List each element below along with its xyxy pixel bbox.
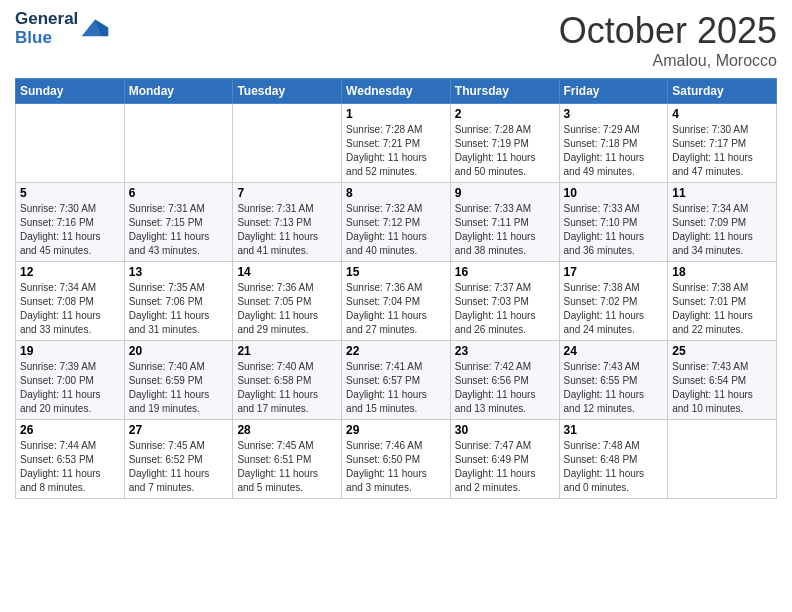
table-cell: 20Sunrise: 7:40 AM Sunset: 6:59 PM Dayli… — [124, 341, 233, 420]
col-thursday: Thursday — [450, 79, 559, 104]
week-row-1: 1Sunrise: 7:28 AM Sunset: 7:21 PM Daylig… — [16, 104, 777, 183]
day-info: Sunrise: 7:28 AM Sunset: 7:21 PM Dayligh… — [346, 123, 446, 179]
table-cell: 10Sunrise: 7:33 AM Sunset: 7:10 PM Dayli… — [559, 183, 668, 262]
day-number: 26 — [20, 423, 120, 437]
table-cell: 30Sunrise: 7:47 AM Sunset: 6:49 PM Dayli… — [450, 420, 559, 499]
page-header: General Blue October 2025 Amalou, Morocc… — [15, 10, 777, 70]
day-number: 27 — [129, 423, 229, 437]
day-info: Sunrise: 7:38 AM Sunset: 7:02 PM Dayligh… — [564, 281, 664, 337]
day-number: 17 — [564, 265, 664, 279]
day-info: Sunrise: 7:29 AM Sunset: 7:18 PM Dayligh… — [564, 123, 664, 179]
day-info: Sunrise: 7:46 AM Sunset: 6:50 PM Dayligh… — [346, 439, 446, 495]
day-info: Sunrise: 7:41 AM Sunset: 6:57 PM Dayligh… — [346, 360, 446, 416]
week-row-5: 26Sunrise: 7:44 AM Sunset: 6:53 PM Dayli… — [16, 420, 777, 499]
table-cell: 21Sunrise: 7:40 AM Sunset: 6:58 PM Dayli… — [233, 341, 342, 420]
day-info: Sunrise: 7:47 AM Sunset: 6:49 PM Dayligh… — [455, 439, 555, 495]
table-cell: 5Sunrise: 7:30 AM Sunset: 7:16 PM Daylig… — [16, 183, 125, 262]
col-sunday: Sunday — [16, 79, 125, 104]
table-cell: 28Sunrise: 7:45 AM Sunset: 6:51 PM Dayli… — [233, 420, 342, 499]
day-number: 6 — [129, 186, 229, 200]
day-number: 16 — [455, 265, 555, 279]
day-number: 3 — [564, 107, 664, 121]
day-info: Sunrise: 7:43 AM Sunset: 6:55 PM Dayligh… — [564, 360, 664, 416]
day-info: Sunrise: 7:30 AM Sunset: 7:16 PM Dayligh… — [20, 202, 120, 258]
table-cell: 31Sunrise: 7:48 AM Sunset: 6:48 PM Dayli… — [559, 420, 668, 499]
day-number: 18 — [672, 265, 772, 279]
logo: General Blue — [15, 10, 110, 47]
table-cell: 25Sunrise: 7:43 AM Sunset: 6:54 PM Dayli… — [668, 341, 777, 420]
day-number: 8 — [346, 186, 446, 200]
table-cell: 26Sunrise: 7:44 AM Sunset: 6:53 PM Dayli… — [16, 420, 125, 499]
day-info: Sunrise: 7:48 AM Sunset: 6:48 PM Dayligh… — [564, 439, 664, 495]
day-info: Sunrise: 7:45 AM Sunset: 6:51 PM Dayligh… — [237, 439, 337, 495]
day-number: 21 — [237, 344, 337, 358]
day-info: Sunrise: 7:43 AM Sunset: 6:54 PM Dayligh… — [672, 360, 772, 416]
logo-blue: Blue — [15, 29, 52, 48]
calendar-table: Sunday Monday Tuesday Wednesday Thursday… — [15, 78, 777, 499]
day-info: Sunrise: 7:37 AM Sunset: 7:03 PM Dayligh… — [455, 281, 555, 337]
table-cell: 23Sunrise: 7:42 AM Sunset: 6:56 PM Dayli… — [450, 341, 559, 420]
table-cell: 16Sunrise: 7:37 AM Sunset: 7:03 PM Dayli… — [450, 262, 559, 341]
day-number: 12 — [20, 265, 120, 279]
title-block: October 2025 Amalou, Morocco — [559, 10, 777, 70]
day-info: Sunrise: 7:36 AM Sunset: 7:04 PM Dayligh… — [346, 281, 446, 337]
day-info: Sunrise: 7:34 AM Sunset: 7:08 PM Dayligh… — [20, 281, 120, 337]
table-cell: 15Sunrise: 7:36 AM Sunset: 7:04 PM Dayli… — [342, 262, 451, 341]
day-number: 28 — [237, 423, 337, 437]
day-info: Sunrise: 7:38 AM Sunset: 7:01 PM Dayligh… — [672, 281, 772, 337]
table-cell: 12Sunrise: 7:34 AM Sunset: 7:08 PM Dayli… — [16, 262, 125, 341]
logo-general: General — [15, 10, 78, 29]
table-cell: 11Sunrise: 7:34 AM Sunset: 7:09 PM Dayli… — [668, 183, 777, 262]
day-number: 1 — [346, 107, 446, 121]
day-number: 7 — [237, 186, 337, 200]
month-title: October 2025 — [559, 10, 777, 52]
day-info: Sunrise: 7:32 AM Sunset: 7:12 PM Dayligh… — [346, 202, 446, 258]
table-cell: 4Sunrise: 7:30 AM Sunset: 7:17 PM Daylig… — [668, 104, 777, 183]
day-info: Sunrise: 7:45 AM Sunset: 6:52 PM Dayligh… — [129, 439, 229, 495]
calendar-page: General Blue October 2025 Amalou, Morocc… — [0, 0, 792, 612]
day-number: 23 — [455, 344, 555, 358]
table-cell: 14Sunrise: 7:36 AM Sunset: 7:05 PM Dayli… — [233, 262, 342, 341]
day-number: 13 — [129, 265, 229, 279]
col-tuesday: Tuesday — [233, 79, 342, 104]
day-number: 31 — [564, 423, 664, 437]
table-cell: 29Sunrise: 7:46 AM Sunset: 6:50 PM Dayli… — [342, 420, 451, 499]
day-info: Sunrise: 7:44 AM Sunset: 6:53 PM Dayligh… — [20, 439, 120, 495]
table-cell: 19Sunrise: 7:39 AM Sunset: 7:00 PM Dayli… — [16, 341, 125, 420]
day-info: Sunrise: 7:34 AM Sunset: 7:09 PM Dayligh… — [672, 202, 772, 258]
day-info: Sunrise: 7:40 AM Sunset: 6:59 PM Dayligh… — [129, 360, 229, 416]
day-number: 24 — [564, 344, 664, 358]
table-cell: 17Sunrise: 7:38 AM Sunset: 7:02 PM Dayli… — [559, 262, 668, 341]
week-row-3: 12Sunrise: 7:34 AM Sunset: 7:08 PM Dayli… — [16, 262, 777, 341]
week-row-4: 19Sunrise: 7:39 AM Sunset: 7:00 PM Dayli… — [16, 341, 777, 420]
table-cell: 18Sunrise: 7:38 AM Sunset: 7:01 PM Dayli… — [668, 262, 777, 341]
table-cell: 24Sunrise: 7:43 AM Sunset: 6:55 PM Dayli… — [559, 341, 668, 420]
table-cell — [233, 104, 342, 183]
table-cell: 8Sunrise: 7:32 AM Sunset: 7:12 PM Daylig… — [342, 183, 451, 262]
table-cell: 13Sunrise: 7:35 AM Sunset: 7:06 PM Dayli… — [124, 262, 233, 341]
day-number: 11 — [672, 186, 772, 200]
table-cell — [124, 104, 233, 183]
day-number: 2 — [455, 107, 555, 121]
day-info: Sunrise: 7:33 AM Sunset: 7:11 PM Dayligh… — [455, 202, 555, 258]
col-wednesday: Wednesday — [342, 79, 451, 104]
col-monday: Monday — [124, 79, 233, 104]
day-number: 25 — [672, 344, 772, 358]
day-info: Sunrise: 7:31 AM Sunset: 7:15 PM Dayligh… — [129, 202, 229, 258]
table-cell: 3Sunrise: 7:29 AM Sunset: 7:18 PM Daylig… — [559, 104, 668, 183]
day-number: 9 — [455, 186, 555, 200]
col-saturday: Saturday — [668, 79, 777, 104]
table-cell: 22Sunrise: 7:41 AM Sunset: 6:57 PM Dayli… — [342, 341, 451, 420]
col-friday: Friday — [559, 79, 668, 104]
day-number: 20 — [129, 344, 229, 358]
table-cell: 7Sunrise: 7:31 AM Sunset: 7:13 PM Daylig… — [233, 183, 342, 262]
day-info: Sunrise: 7:33 AM Sunset: 7:10 PM Dayligh… — [564, 202, 664, 258]
table-cell: 9Sunrise: 7:33 AM Sunset: 7:11 PM Daylig… — [450, 183, 559, 262]
day-info: Sunrise: 7:36 AM Sunset: 7:05 PM Dayligh… — [237, 281, 337, 337]
day-number: 5 — [20, 186, 120, 200]
day-number: 15 — [346, 265, 446, 279]
day-number: 30 — [455, 423, 555, 437]
day-number: 19 — [20, 344, 120, 358]
day-info: Sunrise: 7:39 AM Sunset: 7:00 PM Dayligh… — [20, 360, 120, 416]
table-cell — [16, 104, 125, 183]
